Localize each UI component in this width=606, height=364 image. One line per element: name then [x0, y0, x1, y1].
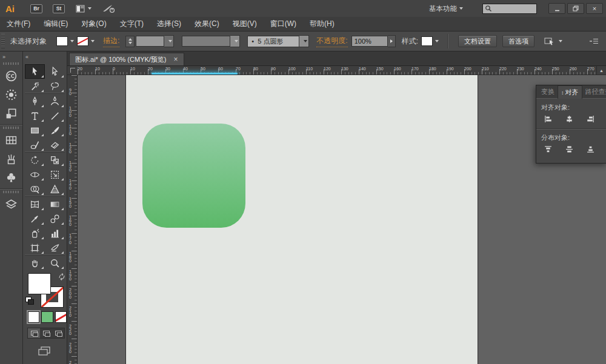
tool-graph[interactable]	[45, 226, 65, 240]
tool-slice[interactable]	[45, 240, 65, 255]
menu-item-7[interactable]: 窗口(W)	[264, 19, 303, 29]
draw-inside-button[interactable]	[52, 328, 64, 338]
vertical-ruler[interactable]: 9 01 0 01 1 01 2 01 3 01 4 01 5 01 6 01 …	[67, 75, 78, 364]
tab-close-icon[interactable]: ×	[174, 56, 178, 63]
tool-pen[interactable]	[25, 93, 45, 108]
menu-item-2[interactable]: 对象(O)	[75, 19, 113, 29]
restore-button[interactable]	[567, 3, 584, 14]
opacity-dropdown[interactable]	[388, 35, 396, 47]
opacity-input[interactable]: 100%	[351, 36, 388, 47]
screen-mode-button[interactable]	[38, 346, 67, 359]
menu-item-0[interactable]: 文件(F)	[0, 19, 37, 29]
tool-free-transform[interactable]	[45, 167, 65, 182]
brush-definition-dropdown[interactable]	[230, 35, 240, 47]
stroke-width-combo[interactable]	[136, 35, 174, 47]
dock-expand-button[interactable]: »	[0, 51, 22, 62]
tool-type[interactable]	[25, 108, 45, 123]
brush-definition-value[interactable]	[182, 36, 230, 47]
none-button[interactable]	[55, 311, 67, 323]
menu-item-5[interactable]: 效果(C)	[188, 19, 226, 29]
panel-grip[interactable]	[1, 34, 5, 48]
dock-group-grip[interactable]	[3, 62, 19, 65]
menu-item-6[interactable]: 视图(V)	[226, 19, 264, 29]
tool-direct-selection[interactable]	[45, 64, 65, 79]
align-left-button[interactable]	[542, 114, 553, 124]
align-panel-tab-1[interactable]: ↕对齐	[558, 85, 582, 99]
tool-artboard[interactable]	[25, 240, 45, 255]
menu-item-4[interactable]: 选择(S)	[150, 19, 188, 29]
menu-item-1[interactable]: 编辑(E)	[37, 19, 75, 29]
style-swatch-caret[interactable]	[433, 36, 439, 46]
distribute-bottom-button[interactable]	[585, 144, 596, 154]
fill-color-control[interactable]	[56, 36, 74, 46]
horizontal-ruler[interactable]: 2010010203040506070809010011012013014015…	[78, 66, 596, 74]
tool-width[interactable]	[25, 167, 45, 182]
tool-rotate[interactable]	[25, 152, 45, 167]
align-panel-tab-0[interactable]: 变换	[538, 85, 558, 98]
default-fill-stroke-button[interactable]	[25, 297, 34, 305]
menu-item-3[interactable]: 文字(T)	[113, 19, 150, 29]
brush-definition-combo[interactable]	[182, 35, 240, 47]
stroke-width-value[interactable]	[136, 36, 164, 47]
tool-symbol-sprayer[interactable]	[25, 226, 45, 240]
arrange-documents-button[interactable]	[76, 5, 92, 13]
preferences-button[interactable]: 首选项	[502, 35, 534, 47]
stroke-swatch-caret[interactable]	[88, 36, 95, 46]
width-profile-value[interactable]: • 5 点圆形	[247, 36, 299, 47]
search-box[interactable]	[482, 4, 537, 14]
select-similar-button[interactable]	[544, 37, 562, 46]
minimize-button[interactable]	[548, 3, 565, 14]
tool-lasso[interactable]	[45, 79, 65, 93]
stroke-swatch[interactable]	[77, 36, 88, 46]
scroll-up-button[interactable]: ▲	[596, 66, 606, 74]
dock-panel-artboards-button[interactable]	[2, 104, 21, 122]
bridge-button[interactable]: Br	[30, 4, 42, 13]
tool-paintbrush[interactable]	[45, 123, 65, 137]
ruler-origin-corner[interactable]	[67, 66, 78, 74]
fill-swatch[interactable]	[56, 36, 68, 46]
dock-panel-creative-cloud-button[interactable]	[2, 67, 21, 85]
align-panel-tab-2[interactable]: 路径查找器	[582, 85, 606, 98]
tool-pencil[interactable]	[25, 137, 45, 152]
align-center-h-button[interactable]	[564, 114, 574, 124]
document-tab[interactable]: 图标.ai* @ 100% (CMYK/预览) ×	[69, 53, 184, 65]
stock-button[interactable]: St	[53, 4, 65, 13]
fill-indicator[interactable]	[28, 273, 51, 294]
opacity-control[interactable]: 100%	[351, 35, 396, 47]
tool-gradient[interactable]	[45, 196, 65, 211]
opacity-panel-link[interactable]: 不透明度:	[316, 36, 347, 47]
tool-shape-builder[interactable]	[25, 182, 45, 196]
dock-panel-layers-button[interactable]	[2, 195, 21, 213]
fill-swatch-caret[interactable]	[68, 36, 74, 46]
rounded-square-shape[interactable]	[142, 124, 245, 228]
distribute-top-button[interactable]	[542, 144, 553, 154]
dock-group-grip[interactable]	[3, 127, 19, 129]
tool-curvature[interactable]	[45, 93, 65, 108]
control-panel-menu-button[interactable]	[589, 38, 599, 44]
tool-hand[interactable]	[25, 255, 45, 270]
width-profile-dropdown[interactable]	[299, 35, 309, 47]
style-swatch[interactable]	[421, 36, 433, 46]
close-button[interactable]: ×	[586, 3, 603, 14]
gradient-button[interactable]	[41, 311, 53, 323]
stroke-panel-link[interactable]: 描边:	[103, 36, 119, 47]
draw-behind-button[interactable]	[40, 328, 52, 338]
tool-blend[interactable]	[45, 211, 65, 226]
tool-eraser[interactable]	[45, 137, 65, 152]
workspace-switcher[interactable]: 基本功能	[425, 2, 467, 15]
align-right-button[interactable]	[585, 114, 596, 124]
style-swatch-control[interactable]	[421, 36, 439, 46]
tool-line[interactable]	[45, 108, 65, 123]
dock-panel-color-themes-button[interactable]	[2, 85, 21, 104]
distribute-middle-button[interactable]	[564, 144, 574, 154]
cs-live-button[interactable]	[102, 4, 116, 13]
dock-group-grip[interactable]	[3, 191, 19, 193]
document-setup-button[interactable]: 文档设置	[458, 35, 497, 47]
draw-normal-button[interactable]	[28, 328, 40, 338]
search-input[interactable]	[492, 5, 536, 13]
width-profile-combo[interactable]: • 5 点圆形	[247, 35, 309, 47]
tool-rectangle[interactable]	[25, 123, 45, 137]
tool-eyedropper[interactable]	[25, 211, 45, 226]
stroke-color-control[interactable]	[77, 36, 95, 46]
dock-panel-swatches-button[interactable]	[2, 131, 21, 149]
